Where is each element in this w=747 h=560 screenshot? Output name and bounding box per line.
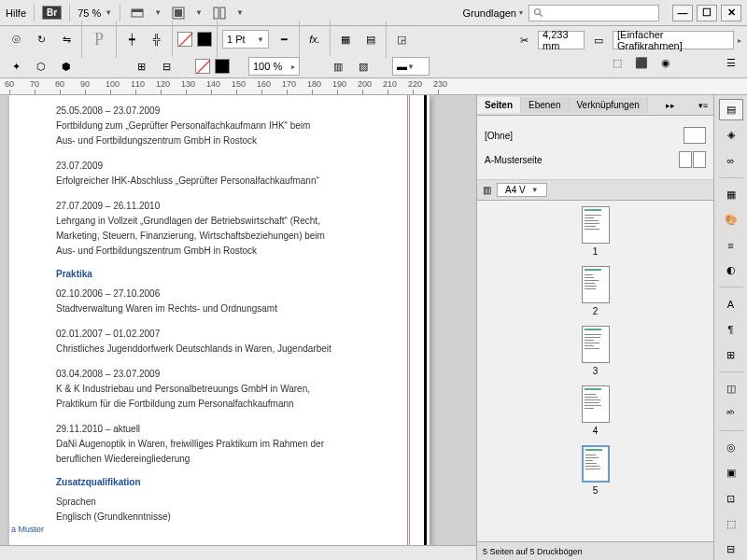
text-wrap2-icon[interactable]: ▤ bbox=[360, 29, 381, 49]
object-style[interactable]: [Einfacher Grafikrahmen] bbox=[613, 31, 734, 49]
text-line: 25.05.2008 – 23.07.2009 bbox=[56, 105, 383, 117]
text-line: beruflichen Wiedereingliederung bbox=[56, 453, 383, 465]
page-thumb[interactable]: 5 bbox=[483, 445, 708, 496]
paragraph-indicator: P bbox=[87, 30, 111, 49]
text-line: Erfolgreicher IHK-Abschluss „Geprüfter P… bbox=[56, 175, 383, 187]
page-canvas[interactable]: 25.05.2008 – 23.07.2009Fortbildung zum „… bbox=[9, 95, 430, 560]
fit-content-icon[interactable]: ⬚ bbox=[607, 52, 627, 73]
rotate-icon[interactable]: ↻ bbox=[31, 29, 51, 49]
document-area[interactable]: 25.05.2008 – 23.07.2009Fortbildung zum „… bbox=[0, 95, 476, 560]
tab-ebenen[interactable]: Ebenen bbox=[521, 97, 569, 113]
glyphs-icon[interactable]: ᵃᵇ bbox=[719, 403, 743, 425]
lib3-icon[interactable]: ⊡ bbox=[719, 488, 743, 510]
minimize-button[interactable]: — bbox=[672, 5, 693, 21]
grid-icon[interactable]: ⊞ bbox=[719, 344, 743, 366]
tool-b-icon[interactable]: ⬡ bbox=[31, 56, 51, 77]
lib4-icon[interactable]: ⬚ bbox=[719, 513, 743, 535]
maximize-button[interactable]: ☐ bbox=[697, 5, 717, 21]
stroke-swatch[interactable] bbox=[197, 32, 212, 47]
page-thumb[interactable]: 1 bbox=[483, 206, 708, 257]
text-wrap-icon[interactable]: ▦ bbox=[335, 29, 356, 49]
fit-frame-icon[interactable]: ⬛ bbox=[631, 52, 652, 73]
text-line: Praktikum für die Fortbildung zum Person… bbox=[56, 398, 383, 410]
wrap3-icon[interactable]: ▥ bbox=[328, 56, 348, 77]
percent-field[interactable]: 100 % ▸ bbox=[248, 57, 300, 76]
master-none[interactable]: [Ohne] bbox=[485, 123, 706, 147]
text-line bbox=[56, 149, 383, 157]
frame-edge-icon[interactable]: ▭ bbox=[588, 30, 609, 50]
tab-verknuepfungen[interactable]: Verknüpfungen bbox=[570, 97, 648, 113]
view-options-icon[interactable] bbox=[128, 5, 147, 21]
panel-rail: ▤◈∞▦🎨≡◐A¶⊞◫ᵃᵇ◎▣⊡⬚⊟ bbox=[713, 95, 747, 560]
char-icon[interactable]: A bbox=[719, 293, 743, 315]
color-icon[interactable]: 🎨 bbox=[719, 209, 743, 231]
stroke-style-icon[interactable]: ━ bbox=[274, 29, 294, 49]
text-line: 27.07.2009 – 26.11.2010 bbox=[56, 200, 383, 212]
horizontal-ruler[interactable]: 6070809010011012013014015016017018019020… bbox=[0, 78, 747, 95]
lib5-icon[interactable]: ⊟ bbox=[719, 539, 743, 560]
wrap4-icon[interactable]: ▧ bbox=[353, 56, 374, 77]
close-button[interactable]: ✕ bbox=[721, 5, 741, 21]
panel-menu-icon[interactable]: ▾≡ bbox=[693, 101, 713, 110]
help-menu[interactable]: Hilfe bbox=[6, 7, 26, 19]
tool-a-icon[interactable]: ✦ bbox=[6, 56, 26, 77]
layers-icon[interactable]: ◈ bbox=[719, 124, 743, 146]
stroke-icon[interactable]: ≡ bbox=[719, 234, 743, 256]
page-edge bbox=[424, 95, 427, 560]
text-line bbox=[56, 413, 383, 420]
fx-icon[interactable]: fx. bbox=[304, 29, 325, 49]
search-field[interactable] bbox=[529, 5, 659, 21]
tool-c-icon[interactable]: ⬢ bbox=[56, 56, 77, 77]
stroke2-swatch[interactable] bbox=[215, 59, 230, 74]
panel-collapse-icon[interactable]: ▸▸ bbox=[660, 101, 681, 110]
fill2-swatch[interactable] bbox=[195, 59, 210, 74]
master-a[interactable]: A-Musterseite bbox=[485, 147, 706, 172]
distribute-icon[interactable]: ╬ bbox=[147, 29, 167, 49]
measure-field[interactable]: 4,233 mm bbox=[538, 31, 585, 49]
text-line: 23.07.2009 bbox=[56, 160, 383, 172]
lib2-icon[interactable]: ▣ bbox=[719, 462, 743, 483]
guide-line[interactable] bbox=[407, 95, 408, 560]
object-icon[interactable]: ◫ bbox=[719, 378, 743, 399]
fill-swatch[interactable] bbox=[177, 32, 192, 47]
tab-seiten[interactable]: Seiten bbox=[477, 97, 521, 113]
panel-menu-icon[interactable]: ☰ bbox=[721, 52, 741, 73]
swatches-icon[interactable]: ▦ bbox=[719, 184, 743, 205]
align-icon[interactable]: ┿ bbox=[121, 29, 142, 49]
zoom-level[interactable]: 75 %▼ bbox=[78, 7, 112, 19]
arrow-field[interactable]: ▬ ▼ bbox=[392, 57, 430, 76]
tool-d-icon[interactable]: ⊞ bbox=[131, 56, 151, 77]
page-thumb[interactable]: 4 bbox=[483, 385, 708, 436]
svg-rect-1 bbox=[132, 9, 143, 12]
stroke-weight[interactable]: 1 Pt ▼ bbox=[222, 30, 269, 49]
page-thumb[interactable]: 2 bbox=[483, 266, 708, 316]
flip-h-icon[interactable]: ⇋ bbox=[56, 29, 77, 49]
text-line: Christliches Jugenddorfwerk Deutschlands… bbox=[56, 343, 383, 355]
center-icon[interactable]: ◉ bbox=[655, 52, 676, 73]
pages-icon[interactable]: ▤ bbox=[719, 99, 743, 120]
text-line: 03.04.2008 – 23.07.2009 bbox=[56, 368, 383, 380]
links-icon[interactable]: ∞ bbox=[719, 149, 743, 171]
bridge-button[interactable]: Br bbox=[42, 6, 62, 20]
text-line: DaNi Augenoptik in Waren, freiwilliges P… bbox=[56, 438, 383, 450]
text-line: Praktika bbox=[56, 268, 383, 280]
crop-icon[interactable]: ✂ bbox=[514, 30, 534, 50]
svg-line-7 bbox=[540, 13, 543, 16]
gradient-icon[interactable]: ◐ bbox=[719, 259, 743, 281]
page-thumb[interactable]: 3 bbox=[483, 326, 708, 376]
screen-mode-icon[interactable] bbox=[169, 5, 188, 21]
text-frame[interactable]: 25.05.2008 – 23.07.2009Fortbildung zum „… bbox=[9, 95, 430, 535]
workspace-switcher[interactable]: Grundlagen▾ bbox=[463, 7, 524, 19]
pages-list[interactable]: 12345 bbox=[477, 201, 713, 541]
anchor-icon[interactable]: ⦾ bbox=[6, 29, 26, 49]
tool-e-icon[interactable]: ⊟ bbox=[156, 56, 176, 77]
lib1-icon[interactable]: ◎ bbox=[719, 437, 743, 458]
horizontal-scrollbar[interactable] bbox=[0, 545, 476, 560]
page-tool-icon[interactable]: ▥ bbox=[483, 185, 491, 195]
para-icon[interactable]: ¶ bbox=[719, 318, 743, 340]
guide-line[interactable] bbox=[409, 95, 410, 560]
arrange-documents-icon[interactable] bbox=[210, 5, 229, 21]
control-bar: ⦾ ↻ ⇋ P ┿ ╬ 1 Pt ▼ ━ fx. ▦ ▤ ◲ ✦ ⬡ ⬢ ⊞ ⊟… bbox=[0, 26, 747, 78]
page-size-combo[interactable]: A4 V▼ bbox=[497, 183, 547, 197]
corner-icon[interactable]: ◲ bbox=[391, 29, 412, 49]
